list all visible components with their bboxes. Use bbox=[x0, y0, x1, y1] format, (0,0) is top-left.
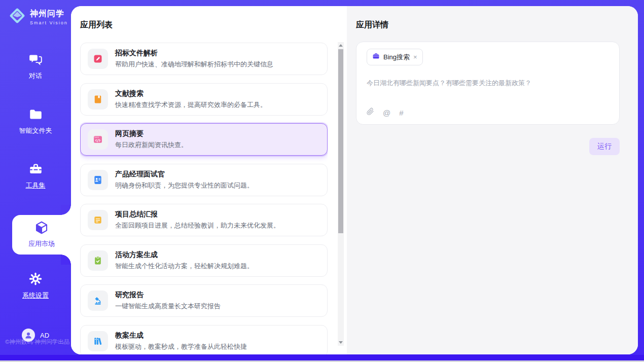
app-card-desc: 明确身份和职责，为您提供专业性的面试问题。 bbox=[115, 181, 254, 190]
sidebar-item-toolset[interactable]: 工具集 bbox=[0, 162, 71, 190]
app-card-title: 研究报告 bbox=[115, 291, 221, 300]
sidebar-item-label: 工具集 bbox=[0, 181, 71, 190]
app-logo: 神州问学 Smart Vision bbox=[8, 7, 68, 27]
app-list: 招标文件解析 帮助用户快速、准确地理解和解析招标书中的关键信息 文献搜索 快速精… bbox=[80, 43, 328, 354]
sidebar-item-label: 智能文件夹 bbox=[0, 126, 71, 135]
app-card-desc: 一键智能生成高质量长文本研究报告 bbox=[115, 302, 221, 311]
app-card-literature-search[interactable]: 文献搜索 快速精准查找学术资源，提高研究效率的必备工具。 bbox=[80, 83, 328, 116]
pencil-doc-icon bbox=[88, 49, 108, 69]
input-toolbar: @ # bbox=[367, 107, 404, 118]
logo-diamond-icon bbox=[8, 7, 26, 27]
app-card-lesson-plan[interactable]: 教案生成 模板驱动，教案秒成，教学准备从此轻松快捷 bbox=[80, 325, 328, 355]
tab-curve-bottom bbox=[61, 255, 71, 265]
app-card-desc: 智能生成个性化活动方案，轻松解决规划难题。 bbox=[115, 262, 254, 271]
cube-icon bbox=[34, 228, 49, 237]
logo-title: 神州问学 bbox=[30, 9, 68, 19]
interview-icon bbox=[88, 170, 108, 190]
scrollbar[interactable] bbox=[338, 42, 344, 346]
app-detail-title: 应用详情 bbox=[356, 20, 388, 30]
app-card-title: 产品经理面试官 bbox=[115, 170, 254, 179]
prompt-input-card[interactable]: Bing搜索 × 今日湖北有哪些新闻要点？有哪些需要关注的最新政策？ @ # bbox=[356, 42, 620, 125]
paperclip-icon[interactable] bbox=[367, 107, 374, 118]
sidebar-item-settings[interactable]: 系统设置 bbox=[0, 272, 71, 300]
app-card-project-summary[interactable]: 项目总结汇报 全面回顾项目进展，总结经验教训，助力未来优化发展。 bbox=[80, 204, 328, 236]
mention-icon[interactable]: @ bbox=[383, 108, 390, 117]
clipboard-check-icon bbox=[88, 250, 108, 271]
sidebar-item-chat[interactable]: 对话 bbox=[0, 53, 71, 81]
sidebar-item-smart-folders[interactable]: 智能文件夹 bbox=[0, 107, 71, 135]
scrollbar-thumb[interactable] bbox=[338, 49, 343, 233]
scrollbar-up-arrow[interactable] bbox=[339, 44, 343, 47]
app-list-title: 应用列表 bbox=[80, 20, 113, 30]
briefcase-icon bbox=[372, 52, 380, 62]
book-icon bbox=[88, 89, 108, 110]
main-panel: 应用列表 招标文件解析 帮助用户快速、准确地理解和解析招标书中的关键信息 bbox=[71, 6, 638, 354]
logo-subtitle: Smart Vision bbox=[30, 20, 68, 25]
app-card-event-plan[interactable]: 活动方案生成 智能生成个性化活动方案，轻松解决规划难题。 bbox=[80, 244, 328, 277]
app-card-desc: 每日政府新闻资讯快查。 bbox=[115, 140, 188, 150]
app-card-title: 网页摘要 bbox=[115, 129, 188, 138]
gear-icon bbox=[28, 279, 43, 287]
note-icon bbox=[88, 210, 108, 230]
browser-code-icon bbox=[88, 129, 108, 150]
app-card-title: 教案生成 bbox=[115, 331, 247, 340]
folder-icon bbox=[29, 114, 43, 123]
sidebar-item-label: 系统设置 bbox=[0, 291, 71, 300]
bottom-bar bbox=[0, 355, 644, 360]
query-text[interactable]: 今日湖北有哪些新闻要点？有哪些需要关注的最新政策？ bbox=[367, 79, 609, 88]
run-button[interactable]: 运行 bbox=[589, 138, 620, 155]
copyright-text: ©神州数码·神州问学出品 bbox=[5, 338, 69, 346]
app-card-research-report[interactable]: 研究报告 一键智能生成高质量长文本研究报告 bbox=[80, 284, 328, 317]
toolbox-icon bbox=[29, 169, 43, 177]
app-card-web-summary[interactable]: 网页摘要 每日政府新闻资讯快查。 bbox=[80, 123, 328, 156]
app-card-desc: 模板驱动，教案秒成，教学准备从此轻松快捷 bbox=[115, 342, 247, 351]
tool-tag-label: Bing搜索 bbox=[383, 53, 410, 62]
sidebar-item-app-market[interactable]: 应用市场 bbox=[12, 215, 71, 255]
app-card-desc: 快速精准查找学术资源，提高研究效率的必备工具。 bbox=[115, 100, 267, 110]
tab-curve-top bbox=[61, 205, 71, 215]
app-card-pm-interviewer[interactable]: 产品经理面试官 明确身份和职责，为您提供专业性的面试问题。 bbox=[80, 164, 328, 196]
app-card-title: 项目总结汇报 bbox=[115, 210, 280, 219]
app-card-bid-analysis[interactable]: 招标文件解析 帮助用户快速、准确地理解和解析招标书中的关键信息 bbox=[80, 43, 328, 75]
chat-icon bbox=[29, 59, 43, 68]
sidebar-item-label: 应用市场 bbox=[12, 239, 71, 248]
app-list-section: 应用列表 招标文件解析 帮助用户快速、准确地理解和解析招标书中的关键信息 bbox=[71, 6, 347, 354]
hash-icon[interactable]: # bbox=[399, 108, 403, 117]
app-card-title: 文献搜索 bbox=[115, 89, 267, 98]
sidebar-item-label: 对话 bbox=[0, 71, 71, 81]
app-card-title: 招标文件解析 bbox=[115, 49, 273, 58]
app-detail-section: 应用详情 Bing搜索 × 今日湖北有哪些新闻要点？有哪些需要关注的最新政策？ bbox=[347, 6, 638, 354]
books-icon bbox=[88, 331, 108, 351]
microscope-icon bbox=[88, 291, 108, 311]
app-card-desc: 帮助用户快速、准确地理解和解析招标书中的关键信息 bbox=[115, 60, 273, 69]
sidebar: 神州问学 Smart Vision 对话 智能文件夹 bbox=[0, 0, 71, 354]
tag-close-icon[interactable]: × bbox=[413, 54, 417, 60]
scrollbar-down-arrow[interactable] bbox=[339, 341, 343, 344]
tool-tag-bing-search[interactable]: Bing搜索 × bbox=[367, 49, 423, 65]
app-card-title: 活动方案生成 bbox=[115, 250, 254, 260]
app-card-desc: 全面回顾项目进展，总结经验教训，助力未来优化发展。 bbox=[115, 221, 280, 230]
